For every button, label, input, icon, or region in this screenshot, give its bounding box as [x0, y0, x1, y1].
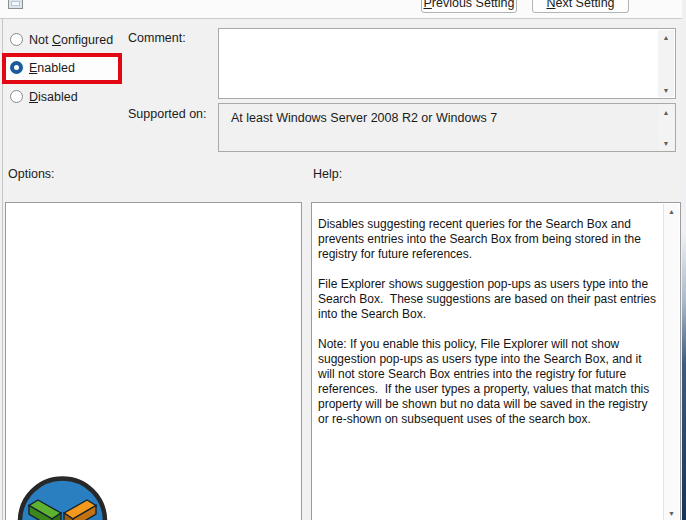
- radio-enabled[interactable]: Enabled: [10, 60, 75, 75]
- options-pane: [5, 202, 302, 520]
- radio-circle-icon[interactable]: [10, 33, 23, 46]
- help-label: Help:: [313, 167, 342, 181]
- comment-label: Comment:: [128, 31, 186, 45]
- radio-label: Enabled: [29, 61, 75, 75]
- supported-on-box: At least Windows Server 2008 R2 or Windo…: [218, 103, 676, 152]
- next-setting-button[interactable]: Next Setting: [532, 0, 629, 13]
- scroll-up-icon[interactable]: ▲: [658, 105, 674, 119]
- scroll-down-icon[interactable]: ▼: [664, 506, 680, 520]
- help-text: Disables suggesting recent queries for t…: [318, 217, 658, 427]
- options-label: Options:: [8, 167, 55, 181]
- help-pane: Disables suggesting recent queries for t…: [311, 202, 681, 520]
- supported-on-value: At least Windows Server 2008 R2 or Windo…: [231, 111, 651, 125]
- previous-setting-button[interactable]: Previous Setting: [421, 0, 517, 13]
- scroll-down-icon[interactable]: ▼: [658, 83, 674, 97]
- supported-scrollbar[interactable]: ▲ ▼: [658, 105, 674, 150]
- radio-label: Not Configured: [29, 33, 113, 47]
- radio-disabled[interactable]: Disabled: [10, 89, 78, 104]
- comment-scrollbar[interactable]: ▲ ▼: [658, 30, 674, 97]
- policy-setting-dialog: Previous Setting Next Setting Not Config…: [0, 0, 686, 520]
- radio-circle-icon[interactable]: [10, 90, 23, 103]
- radio-circle-selected-icon[interactable]: [10, 61, 23, 74]
- window-left-border: [2, 19, 3, 520]
- radio-not-configured[interactable]: Not Configured: [10, 32, 113, 47]
- scroll-up-icon[interactable]: ▲: [658, 30, 674, 44]
- supported-on-label: Supported on:: [128, 107, 207, 121]
- comment-textarea[interactable]: ▲ ▼: [218, 28, 676, 99]
- help-scrollbar[interactable]: ▲ ▼: [663, 204, 679, 520]
- dialog-header: Previous Setting Next Setting: [0, 0, 682, 19]
- radio-label: Disabled: [29, 90, 78, 104]
- dialog-icon: [8, 0, 23, 9]
- desktop-edge-strip: [682, 0, 686, 520]
- scroll-down-icon[interactable]: ▼: [658, 136, 674, 150]
- scroll-up-icon[interactable]: ▲: [664, 204, 680, 218]
- watermark-logo-icon: [14, 476, 111, 520]
